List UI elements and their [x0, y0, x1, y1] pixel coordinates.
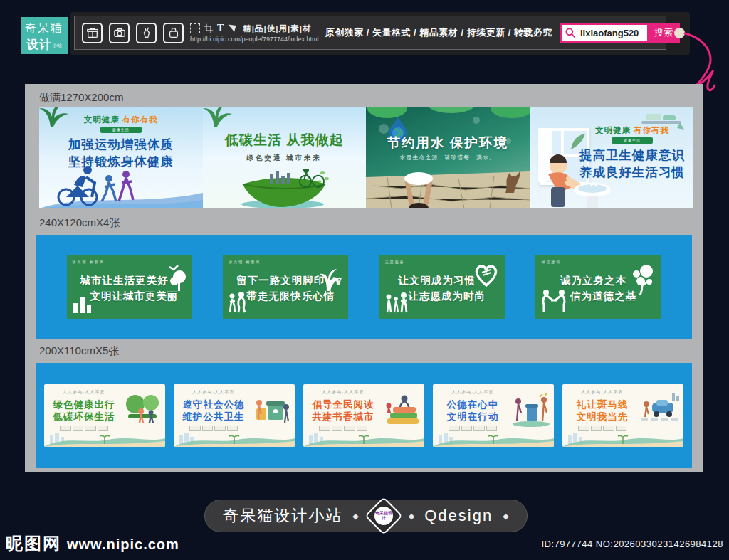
tools-group: T 精|品|使|用|素|材 http://hi.nipic.com/people…	[190, 23, 319, 43]
header-slogan: 原创独家 / 矢量格式 / 精品素材 / 持续更新 / 转载必究	[325, 26, 552, 39]
tagline-green: 文明健康	[84, 115, 120, 124]
hills-decoration	[433, 430, 554, 447]
tree-icon	[168, 264, 187, 292]
banner-tagline: 人人参与·人人平安	[562, 389, 642, 396]
dry-earth-scene	[366, 164, 530, 208]
crop-icon	[204, 23, 214, 33]
card-city[interactable]: 讲文明 树新风 城市让生活更美好 文明让城市更美丽	[67, 255, 192, 319]
hills-decoration	[303, 430, 424, 447]
banner-subtitle: 水是生命之源，请珍惜每一滴水。	[366, 154, 530, 162]
banner-title-2: 养成良好生活习惯	[579, 164, 686, 181]
banner-tagline: 人人参与·人人平安	[303, 389, 383, 396]
card-tag: 讲文明 树新风	[229, 260, 261, 264]
quality-label: 精|品|使|用|素|材	[243, 23, 311, 34]
footer-brand-en: Qdesign	[424, 507, 493, 525]
search-input[interactable]	[579, 23, 647, 43]
shop-url: http://hi.nipic.com/people/7977744/index…	[190, 36, 319, 43]
site-logo: 奇呆猫 设计小站	[21, 17, 68, 54]
banner-line2: 文明在行动	[433, 411, 513, 423]
banner-line2: 文明我当先	[562, 411, 642, 423]
leaf-boat-icon	[238, 169, 331, 208]
banner-zebra-crossing[interactable]: 人人参与·人人平安 礼让斑马线 文明我当先	[562, 384, 683, 447]
tagline-green: 文明健康	[595, 126, 631, 134]
tagline-orange: 有你有我	[634, 126, 669, 134]
card-tag: 诚信建设	[541, 260, 561, 264]
books-illustration	[380, 393, 421, 427]
banner-public-morality[interactable]: 人人参与·人人平安 公德在心中 文明在行动	[433, 384, 554, 447]
site-url: www.nipic.com	[67, 537, 179, 553]
palm-icon	[203, 107, 233, 128]
dress-icon[interactable]	[136, 23, 157, 43]
family-walk-icon	[228, 292, 249, 313]
banner-title-1: 提高卫生健康意识	[579, 147, 686, 164]
gift-icon[interactable]	[82, 23, 103, 43]
banner-line2: 维护公共卫生	[174, 411, 253, 423]
cat-logo-icon: 奇呆猫设计	[364, 497, 403, 535]
card-tag: 志愿服务	[385, 260, 405, 264]
section1-heading: 做满1270X200cm	[39, 91, 123, 105]
footer-brand: 奇呆猫设计小站	[223, 505, 342, 527]
layer-icon	[227, 23, 237, 33]
bag-icon[interactable]	[163, 23, 184, 43]
cyclist-runners-icon	[51, 160, 136, 206]
site-name: 昵图网	[6, 532, 61, 555]
header-bar: T 精|品|使|用|素|材 http://hi.nipic.com/people…	[70, 12, 690, 55]
banner-public-hygiene[interactable]: 人人参与·人人平安 遵守社会公德 维护公共卫生	[174, 384, 295, 447]
tagline-orange: 有你有我	[122, 115, 158, 124]
palms-icon	[318, 264, 342, 291]
card-integrity[interactable]: 诚信建设 诚乃立身之本 信为道德之基	[535, 255, 661, 319]
logo-line3: 小站	[52, 42, 62, 49]
diamond-icon: ◆	[352, 512, 358, 521]
asset-id: ID:7977744 NO:20260330231426984128	[541, 539, 723, 549]
banner-line1: 绿色健康出行	[44, 398, 124, 411]
badge: 健康生活	[612, 137, 653, 144]
card-line1: 城市让生活更美好	[67, 274, 182, 287]
banner-tagline: 人人参与·人人平安	[174, 389, 253, 396]
card-volunteer[interactable]: 志愿服务 让文明成为习惯 让志愿成为时尚	[379, 255, 505, 319]
footer-brand-pill: 奇呆猫设计小站 ◆ 奇呆猫设计 ◆ Qdesign ◆	[204, 500, 528, 532]
banner-line2: 共建书香城市	[303, 411, 383, 423]
banner-hygiene[interactable]: 文明健康 有你有我 健康生活 提高卫生健康意识 养成良好生活习惯	[530, 107, 693, 208]
banner-line1: 礼让斑马线	[562, 398, 642, 411]
badge: 健康生活	[100, 127, 142, 133]
banner-title: 节约用水 保护环境	[366, 134, 530, 152]
banner-low-carbon[interactable]: 低碳生活 从我做起 绿色交通 城市未来	[203, 107, 367, 208]
banner-subtitle: 绿色交通 城市未来	[203, 154, 367, 163]
search-bar: 搜索	[560, 23, 680, 43]
large-banner-row: 文明健康 有你有我 健康生活 加强运动增强体质 坚持锻炼身体健康	[39, 107, 693, 208]
park-illustration	[121, 393, 162, 427]
family-icon	[384, 292, 409, 313]
small-banners-strip: 人人参与·人人平安 绿色健康出行 低碳环保生活 人人参与·人人平安 遵守社会公德…	[36, 363, 692, 468]
banner-title: 低碳生活 从我做起	[203, 131, 367, 149]
banner-line1: 公德在心中	[433, 398, 513, 411]
search-icon	[560, 23, 579, 43]
heart-hand-icon	[473, 264, 499, 287]
banner-line2: 低碳环保生活	[44, 411, 124, 423]
section2-heading: 240X120cmX4张	[39, 216, 120, 230]
card-line2: 带走无限快乐心情	[233, 290, 348, 303]
palm-icon	[39, 107, 69, 128]
bubble-tree-icon	[631, 264, 655, 295]
card-tag: 讲文明 树新风	[73, 260, 105, 264]
logo-line1: 奇呆猫	[21, 21, 68, 36]
buildings-icon	[72, 295, 96, 313]
site-watermark: 昵图网 www.nipic.com	[6, 532, 179, 555]
hills-decoration	[44, 430, 165, 447]
logo-line2: 设计	[26, 36, 52, 53]
banner-save-water[interactable]: 节约用水 保护环境 水是生命之源，请珍惜每一滴水。	[366, 107, 530, 208]
camera-icon[interactable]	[109, 23, 130, 43]
recycle-bins-illustration	[251, 393, 292, 427]
banner-reading[interactable]: 人人参与·人人平安 倡导全民阅读 共建书香城市	[303, 384, 424, 447]
banner-line1: 倡导全民阅读	[303, 398, 383, 411]
crosswalk-illustration	[639, 393, 681, 427]
handshake-people-icon	[540, 289, 567, 313]
banner-line1: 遵守社会公德	[174, 398, 253, 411]
banner-sport[interactable]: 文明健康 有你有我 健康生活 加强运动增强体质 坚持锻炼身体健康	[39, 107, 203, 208]
banner-tagline: 人人参与·人人平安	[44, 389, 124, 396]
card-footprints[interactable]: 讲文明 树新风 留下一路文明脚印 带走无限快乐心情	[223, 255, 348, 319]
diamond-icon: ◆	[409, 512, 414, 521]
selection-icon	[190, 23, 200, 33]
banner-green-travel[interactable]: 人人参与·人人平安 绿色健康出行 低碳环保生活	[44, 384, 165, 447]
green-cards-strip: 讲文明 树新风 城市让生活更美好 文明让城市更美丽 讲文明 树新风 留下一路文明…	[36, 235, 692, 339]
trash-bin-illustration	[510, 393, 551, 427]
